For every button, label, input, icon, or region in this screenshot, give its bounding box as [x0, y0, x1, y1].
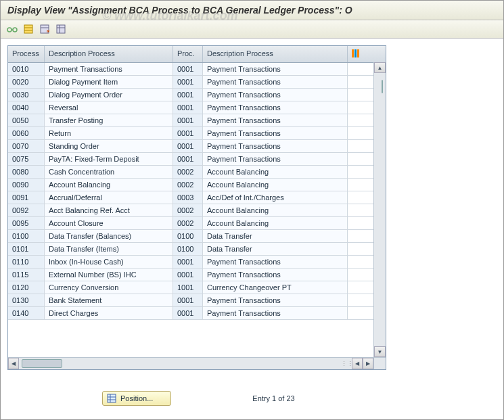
cell-desc1: Transfer Posting: [45, 114, 173, 126]
cell-spacer: [348, 140, 364, 152]
table-row[interactable]: 0120Currency Conversion1001Currency Chan…: [8, 281, 386, 294]
table-row[interactable]: 0095Account Closure0002Account Balancing: [8, 217, 386, 230]
vertical-scrollbar[interactable]: ▲ ▼: [373, 62, 386, 357]
table-row[interactable]: 0140Direct Charges0001Payment Transactio…: [8, 307, 386, 320]
data-table: Process Description Process Proc. Descri…: [7, 45, 386, 370]
cell-desc2: Payment Transactions: [203, 127, 348, 139]
cell-proc: 0002: [173, 166, 203, 178]
cell-desc1: PayTA: Fixed-Term Deposit: [45, 153, 173, 165]
cell-process: 0020: [8, 76, 45, 88]
cell-spacer: [348, 153, 364, 165]
scroll-up-icon[interactable]: ▲: [374, 62, 386, 73]
col-proc[interactable]: Proc.: [173, 46, 203, 62]
table-export-icon[interactable]: [39, 23, 51, 35]
table-row[interactable]: 0010Payment Transactions0001Payment Tran…: [8, 63, 386, 76]
cell-proc: 0002: [173, 204, 203, 216]
position-button[interactable]: Position...: [102, 391, 171, 406]
cell-process: 0010: [8, 63, 45, 75]
table-row[interactable]: 0110Inbox (In-House Cash)0001Payment Tra…: [8, 256, 386, 269]
table-row[interactable]: 0130Bank Statement0001Payment Transactio…: [8, 294, 386, 307]
table-yellow-icon[interactable]: [22, 23, 35, 35]
hscroll-grip-icon: ⋮⋮: [342, 358, 352, 369]
cell-desc2: Payment Transactions: [203, 256, 348, 268]
scroll-left-icon[interactable]: ◀: [8, 358, 19, 369]
svg-rect-13: [108, 394, 116, 402]
position-icon: [107, 394, 116, 403]
cell-proc: 0100: [173, 230, 203, 242]
cell-proc: 0001: [173, 76, 203, 88]
cell-desc1: Dialog Payment Item: [45, 76, 173, 88]
cell-spacer: [348, 230, 364, 242]
cell-desc1: Currency Conversion: [45, 281, 173, 294]
cell-spacer: [348, 63, 364, 75]
cell-desc1: External Number (BS) IHC: [45, 269, 173, 281]
horizontal-scrollbar[interactable]: ◀ ⋮⋮ ◀ ▶: [8, 357, 373, 369]
table-row[interactable]: 0115External Number (BS) IHC0001Payment …: [8, 269, 386, 281]
cell-proc: 0100: [173, 243, 203, 255]
cell-proc: 0001: [173, 256, 203, 268]
table-row[interactable]: 0030Dialog Payment Order0001Payment Tran…: [8, 89, 386, 101]
svg-rect-11: [354, 49, 357, 57]
cell-process: 0092: [8, 204, 45, 216]
cell-process: 0130: [8, 294, 45, 306]
cell-process: 0100: [8, 230, 45, 242]
svg-rect-12: [357, 49, 359, 57]
cell-proc: 0001: [173, 127, 203, 139]
glasses-icon[interactable]: [6, 23, 18, 35]
cell-spacer: [348, 179, 364, 191]
cell-spacer: [348, 114, 364, 126]
cell-process: 0110: [8, 256, 45, 268]
configure-columns-icon[interactable]: [348, 46, 364, 62]
table-row[interactable]: 0091Accrual/Deferral0003Acc/Def of Int./…: [8, 191, 386, 204]
cell-desc2: Currency Changeover PT: [203, 281, 348, 294]
cell-proc: 0002: [173, 217, 203, 229]
toolbar: [1, 20, 503, 39]
cell-process: 0090: [8, 179, 45, 191]
cell-process: 0115: [8, 269, 45, 281]
cell-spacer: [348, 269, 364, 281]
table-row[interactable]: 0020Dialog Payment Item0001Payment Trans…: [8, 76, 386, 89]
cell-desc2: Payment Transactions: [203, 101, 348, 114]
cell-process: 0120: [8, 281, 45, 294]
cell-proc: 0001: [173, 294, 203, 306]
cell-desc1: Acct Balancing Ref. Acct: [45, 204, 173, 216]
table-row[interactable]: 0101Data Transfer (Items)0100Data Transf…: [8, 243, 386, 256]
cell-proc: 0001: [173, 269, 203, 281]
cell-desc1: Data Transfer (Items): [45, 243, 173, 255]
cell-desc2: Payment Transactions: [203, 114, 348, 126]
cell-spacer: [348, 101, 364, 114]
col-desc-process-1[interactable]: Description Process: [45, 46, 173, 62]
header-bar: Display View "Assignment BCA Process to …: [1, 1, 503, 20]
table-row[interactable]: 0100Data Transfer (Balances)0100Data Tra…: [8, 230, 386, 243]
col-desc-process-2[interactable]: Description Process: [203, 46, 348, 62]
table-row[interactable]: 0040Reversal0001Payment Transactions: [8, 101, 386, 114]
cell-desc1: Account Closure: [45, 217, 173, 229]
cell-desc2: Payment Transactions: [203, 63, 348, 75]
svg-point-0: [7, 28, 12, 32]
table-row[interactable]: 0070Standing Order0001Payment Transactio…: [8, 140, 386, 153]
table-import-icon[interactable]: [55, 23, 67, 35]
cell-process: 0101: [8, 243, 45, 255]
table-row[interactable]: 0060Return0001Payment Transactions: [8, 127, 386, 140]
scroll-down-icon[interactable]: ▼: [374, 346, 386, 357]
cell-desc1: Return: [45, 127, 173, 139]
cell-proc: 0002: [173, 179, 203, 191]
table-row[interactable]: 0075PayTA: Fixed-Term Deposit0001Payment…: [8, 153, 386, 166]
position-label: Position...: [120, 394, 153, 402]
scroll-right-icon[interactable]: ▶: [363, 358, 373, 369]
cell-desc2: Payment Transactions: [203, 269, 348, 281]
table-row[interactable]: 0092Acct Balancing Ref. Acct0002Account …: [8, 204, 386, 217]
cell-desc1: Accrual/Deferral: [45, 191, 173, 204]
table-row[interactable]: 0090Account Balancing0002Account Balanci…: [8, 179, 386, 191]
col-process[interactable]: Process: [8, 46, 45, 62]
cell-process: 0140: [8, 307, 45, 319]
vscroll-thumb[interactable]: [382, 80, 383, 93]
hscroll-track[interactable]: [19, 358, 342, 369]
cell-spacer: [348, 256, 364, 268]
svg-rect-10: [352, 49, 354, 57]
table-row[interactable]: 0080Cash Concentration0002Account Balanc…: [8, 166, 386, 179]
table-row[interactable]: 0050Transfer Posting0001Payment Transact…: [8, 114, 386, 127]
cell-desc2: Payment Transactions: [203, 153, 348, 165]
hscroll-thumb[interactable]: [22, 359, 62, 368]
scroll-left2-icon[interactable]: ◀: [352, 358, 363, 369]
